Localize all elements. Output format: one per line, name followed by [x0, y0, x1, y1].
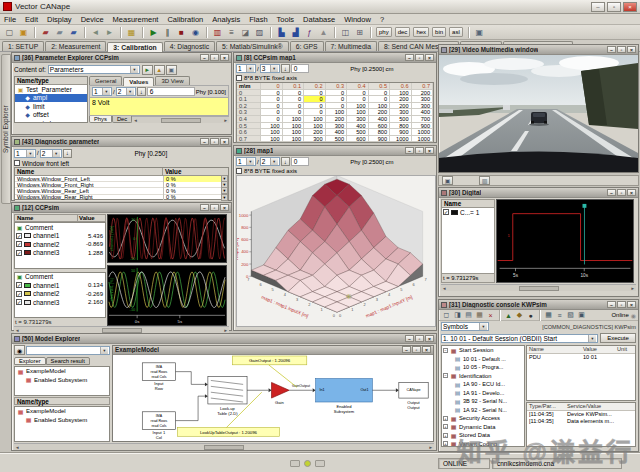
map-cell[interactable]: 100: [369, 103, 391, 110]
app-titlebar[interactable]: Vector CANape –▫×: [0, 0, 640, 14]
symbol-explorer-tab[interactable]: Symbol Explorer: [1, 54, 11, 204]
horizontal-scrollbar[interactable]: ◄►: [14, 326, 229, 333]
chart-1-icon[interactable]: ▙: [275, 26, 288, 38]
maximize-button[interactable]: ▫: [415, 147, 424, 154]
minimize-button[interactable]: –: [405, 54, 414, 61]
service-group[interactable]: +▦Variant Coding: [442, 440, 524, 448]
grid-icon[interactable]: ▦: [543, 310, 554, 320]
close-button[interactable]: ×: [425, 147, 434, 154]
search-icon[interactable]: ◉: [14, 345, 25, 355]
name-column-header[interactable]: Name: [15, 215, 77, 221]
service-item[interactable]: ▤10 05 - Progra...: [442, 363, 524, 372]
page-tab-3[interactable]: 3: Calibration: [107, 42, 162, 52]
dropdown-arrow-icon[interactable]: ▾: [479, 323, 487, 330]
dropdown-arrow-icon[interactable]: ▾: [588, 335, 596, 342]
map-cell[interactable]: 0: [369, 96, 391, 103]
list-icon[interactable]: ≡: [554, 310, 565, 320]
map-cell[interactable]: 200: [390, 103, 412, 110]
map-cell[interactable]: 400: [326, 129, 348, 136]
map-cell[interactable]: 0: [326, 96, 348, 103]
save-icon[interactable]: ▣: [442, 176, 453, 185]
column-header[interactable]: Value: [581, 346, 615, 353]
map-cell[interactable]: 0: [283, 103, 305, 110]
value-column-header[interactable]: Value: [77, 215, 105, 221]
maximize-button[interactable]: ▫: [412, 346, 421, 353]
map-cell[interactable]: 0: [326, 90, 348, 97]
apply-icon[interactable]: ►: [142, 65, 153, 75]
map-cell[interactable]: 100: [347, 109, 369, 116]
column-header[interactable]: Name: [527, 346, 581, 353]
open-folder-icon[interactable]: ▣: [17, 26, 30, 38]
map-cell[interactable]: 500: [390, 116, 412, 123]
map-cell[interactable]: 0: [261, 90, 283, 97]
minimize-button[interactable]: –: [200, 204, 209, 211]
comment-row[interactable]: ▣Comment: [15, 223, 105, 232]
minimize-button[interactable]: –: [405, 335, 414, 342]
value-cell[interactable]: 0 %: [163, 182, 221, 188]
minimize-button[interactable]: –: [402, 346, 411, 353]
channel-row[interactable]: ✓channel2-0.269: [15, 290, 105, 299]
down-arrow-button[interactable]: ↓: [137, 87, 146, 96]
map-cell[interactable]: 100: [261, 129, 283, 136]
map-cell[interactable]: 0: [261, 116, 283, 123]
copy-icon[interactable]: ◨: [452, 310, 463, 320]
map-cell[interactable]: 0: [304, 96, 326, 103]
column-header[interactable]: Type/Par...: [527, 403, 565, 410]
tree-item-limit[interactable]: ◆limit: [15, 102, 87, 111]
chart-map-icon[interactable]: ▲: [317, 26, 330, 38]
map-cell[interactable]: 0: [304, 109, 326, 116]
page-tab-5[interactable]: 5: Matlab/Simulink®: [216, 41, 289, 51]
parameter-explorer-titlebar[interactable]: [36] Parameter Explorer CCPsim –▫×: [12, 53, 231, 63]
index-a-combo[interactable]: 1▾: [92, 87, 112, 96]
expander-icon[interactable]: −: [443, 373, 448, 378]
tree-item-ampl[interactable]: ◆ampl: [15, 94, 87, 103]
map-cell[interactable]: 100: [390, 90, 412, 97]
dropdown-arrow-icon[interactable]: ▾: [102, 88, 110, 95]
channel-row[interactable]: ✓channel31.288: [15, 249, 105, 258]
dropdown-arrow-icon[interactable]: ▾: [221, 194, 228, 201]
index-b-combo[interactable]: 3▾: [260, 64, 280, 73]
service-combo[interactable]: 1. 10 01 - Default Session (OBDII) Start…: [441, 334, 598, 343]
map-cell[interactable]: 700: [412, 116, 434, 123]
calib-2-icon[interactable]: ≡: [225, 26, 238, 38]
map-cell[interactable]: 100: [283, 129, 305, 136]
index-b-combo[interactable]: 2▾: [40, 149, 62, 158]
model-tree-item[interactable]: ▦Enabled Subsystem: [15, 416, 109, 425]
close-button[interactable]: ×: [623, 2, 637, 12]
service-group[interactable]: +▦Stored Data: [442, 431, 524, 440]
explorer-tab-searchresult[interactable]: Search result: [46, 357, 90, 365]
map-cell[interactable]: 0: [347, 96, 369, 103]
map-cell[interactable]: 100: [304, 123, 326, 130]
wave-icon[interactable]: ▲: [503, 310, 514, 320]
maximize-button[interactable]: ▫: [617, 301, 626, 308]
channel-checkbox[interactable]: ✓: [443, 209, 449, 215]
maximize-button[interactable]: ▫: [210, 204, 219, 211]
value-cell[interactable]: 0 %: [163, 188, 221, 194]
service-group[interactable]: −▦Identification: [442, 372, 524, 381]
map-cell[interactable]: 600: [347, 136, 369, 143]
channel-checkbox[interactable]: ✓: [16, 250, 22, 256]
map-cell[interactable]: 100: [283, 123, 305, 130]
map-cell[interactable]: 200: [390, 96, 412, 103]
close-button[interactable]: ×: [627, 46, 636, 53]
axis-checkbox[interactable]: [236, 75, 242, 81]
map-cell[interactable]: 300: [412, 96, 434, 103]
maximize-button[interactable]: ▫: [617, 46, 626, 53]
service-item[interactable]: ▤3B 92 - Serial N...: [442, 397, 524, 406]
model-tree-item[interactable]: ▦ExampleModel: [15, 407, 109, 416]
model-explorer-titlebar[interactable]: [50] Model Explorer –▫×: [12, 334, 436, 344]
map-cell[interactable]: 0: [283, 96, 305, 103]
dropdown-arrow-icon[interactable]: ▾: [100, 347, 108, 354]
bottom-tab-phys[interactable]: Phys: [89, 116, 112, 123]
map-cell[interactable]: 600: [369, 123, 391, 130]
map-cell[interactable]: 500: [326, 136, 348, 143]
column-header[interactable]: 0: [261, 83, 283, 90]
map-cell[interactable]: 200: [326, 116, 348, 123]
page-tab-6[interactable]: 6: GPS: [290, 41, 324, 51]
layout-icon[interactable]: ▥: [479, 176, 490, 185]
close-button[interactable]: ×: [425, 54, 434, 61]
copy-icon[interactable]: ▣: [473, 26, 486, 38]
raw-value[interactable]: 0: [291, 157, 309, 166]
scope-plot-2[interactable]: 100-10channel1 [%]0s5s: [107, 265, 227, 326]
meas-start-icon[interactable]: ▶: [147, 26, 160, 38]
